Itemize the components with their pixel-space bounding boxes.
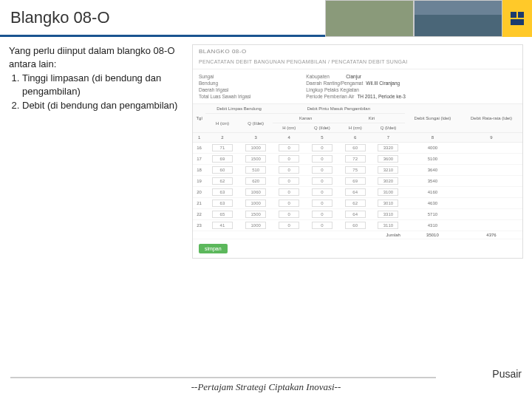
input-h2[interactable]: [279, 144, 299, 151]
cell-tgl: 19: [193, 176, 205, 187]
input-h1[interactable]: [212, 177, 233, 185]
info-grid: Sungai KabupatenCianjur Bendung Daerah R…: [193, 69, 522, 104]
input-h2[interactable]: [279, 200, 299, 207]
table-row: 225710: [193, 209, 522, 220]
label-sungai: Sungai: [199, 74, 236, 79]
input-q2[interactable]: [312, 155, 332, 163]
input-q2[interactable]: [312, 166, 332, 174]
slide-header: Blangko 08-O: [0, 0, 532, 37]
requirements-list: Tinggi limpasan (di bendung dan pengambi…: [9, 72, 186, 112]
label-ranting: Daerah Ranting/Pengamat: [306, 81, 363, 86]
input-h1[interactable]: [212, 155, 233, 163]
description-text: Yang perlu diinput dalam blangko 08-O an…: [9, 44, 186, 259]
input-h2[interactable]: [279, 166, 299, 174]
footer-divider: [10, 377, 436, 378]
input-q2[interactable]: [312, 222, 332, 229]
slide-footer: Pusair --Pertajam Strategi Ciptakan Inov…: [0, 377, 532, 393]
input-q3[interactable]: [378, 211, 398, 218]
input-q3[interactable]: [378, 177, 398, 185]
input-h3[interactable]: [345, 188, 366, 196]
input-h1[interactable]: [212, 188, 233, 196]
cell-sungai: 4160: [405, 187, 460, 198]
cell-rata: [460, 198, 522, 209]
table-row: 204160: [193, 187, 522, 198]
input-q2[interactable]: [312, 188, 332, 196]
input-q3[interactable]: [378, 144, 398, 151]
col-sungai: Debit Sungai (ldet): [405, 104, 460, 133]
input-h1[interactable]: [212, 222, 233, 229]
label-luas: Total Luas Sawah Irigasi: [199, 94, 250, 99]
list-item: Debit (di bendung dan pengambilan): [22, 99, 186, 112]
input-q2[interactable]: [312, 177, 332, 185]
cell-rata: [460, 187, 522, 198]
svg-rect-0: [511, 12, 516, 18]
cell-tgl: 20: [193, 187, 205, 198]
cell-rata: [460, 220, 522, 231]
app-screenshot: BLANGKO 08-O PENCATATAN DEBIT BANGUNAN P…: [192, 44, 523, 259]
intro-line: Yang perlu diinput dalam blangko 08-O an…: [9, 44, 186, 70]
input-q1[interactable]: [245, 211, 266, 218]
footer-motto: --Pertajam Strategi Ciptakan Inovasi--: [0, 381, 532, 393]
input-q1[interactable]: [245, 166, 266, 174]
header-images: [325, 0, 532, 37]
input-q1[interactable]: [245, 188, 266, 196]
cell-sungai: 5710: [405, 209, 460, 220]
cell-tgl: 21: [193, 198, 205, 209]
cell-rata: [460, 165, 522, 176]
input-h1[interactable]: [212, 166, 233, 174]
input-h2[interactable]: [279, 155, 299, 163]
input-q3[interactable]: [378, 200, 398, 207]
app-subtitle: PENCATATAN DEBIT BANGUNAN PENGAMBILAN / …: [193, 58, 522, 69]
input-q1[interactable]: [245, 144, 266, 151]
input-h3[interactable]: [345, 144, 366, 151]
input-h3[interactable]: [345, 222, 366, 229]
cell-sungai: 4310: [405, 220, 460, 231]
input-h3[interactable]: [345, 166, 366, 174]
col-limpas: Debit Limpas Bendung: [205, 104, 273, 114]
jumlah-value: 35010: [405, 231, 460, 239]
col-pintu: Debit Pintu Masuk Pengambilan: [273, 104, 405, 114]
input-q2[interactable]: [312, 211, 332, 218]
input-q2[interactable]: [312, 200, 332, 207]
input-h3[interactable]: [345, 177, 366, 185]
input-q1[interactable]: [245, 177, 266, 185]
input-q3[interactable]: [378, 222, 398, 229]
cell-rata: [460, 143, 522, 154]
input-h3[interactable]: [345, 211, 366, 218]
input-h2[interactable]: [279, 211, 299, 218]
cell-sungai: 4000: [405, 143, 460, 154]
input-h3[interactable]: [345, 155, 366, 163]
input-q1[interactable]: [245, 155, 266, 163]
table-row: 234310: [193, 220, 522, 231]
input-q1[interactable]: [245, 222, 266, 229]
input-q2[interactable]: [312, 144, 332, 151]
input-h1[interactable]: [212, 211, 233, 218]
cell-rata: [460, 209, 522, 220]
list-item: Tinggi limpasan (di bendung dan pengambi…: [22, 72, 186, 98]
input-h3[interactable]: [345, 200, 366, 207]
input-q3[interactable]: [378, 155, 398, 163]
header-photo-2: [414, 0, 502, 37]
input-q3[interactable]: [378, 188, 398, 196]
table-row: 164000: [193, 143, 522, 154]
jumlah-label: Jumlah: [193, 231, 405, 239]
cell-sungai: 3640: [405, 165, 460, 176]
table-row: 214630: [193, 198, 522, 209]
input-h2[interactable]: [279, 177, 299, 185]
input-h2[interactable]: [279, 222, 299, 229]
cell-rata: [460, 154, 522, 165]
input-q3[interactable]: [378, 166, 398, 174]
input-h1[interactable]: [212, 200, 233, 207]
pu-logo: [502, 0, 532, 37]
svg-rect-1: [518, 12, 524, 18]
label-bendung: Bendung: [199, 81, 236, 86]
label-periode: Periode Pemberian Air: [306, 94, 354, 99]
table-row: 175100: [193, 154, 522, 165]
input-h2[interactable]: [279, 188, 299, 196]
cell-sungai: 5100: [405, 154, 460, 165]
input-h1[interactable]: [212, 144, 233, 151]
table-row: 193540: [193, 176, 522, 187]
save-button[interactable]: simpan: [199, 244, 228, 253]
content-area: Yang perlu diinput dalam blangko 08-O an…: [0, 37, 532, 259]
input-q1[interactable]: [245, 200, 266, 207]
